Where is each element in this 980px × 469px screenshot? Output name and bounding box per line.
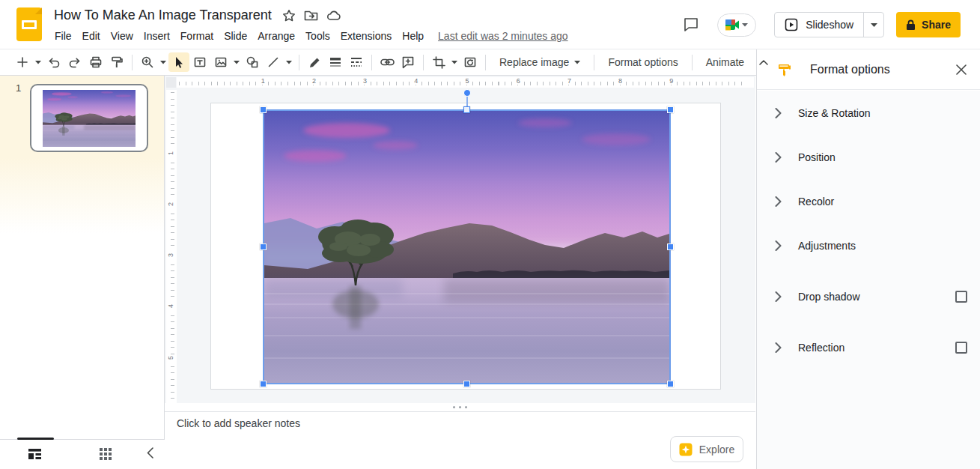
explore-button[interactable]: Explore xyxy=(670,436,743,462)
insert-link-button[interactable] xyxy=(377,52,398,72)
h-ruler-number: 4 xyxy=(413,78,419,85)
menu-view[interactable]: View xyxy=(106,28,139,44)
collapse-filmstrip-button[interactable] xyxy=(147,447,153,459)
meet-button[interactable] xyxy=(717,13,756,37)
panel-item-label: Drop shadow xyxy=(798,291,860,303)
menu-help[interactable]: Help xyxy=(397,28,429,44)
panel-item-label: Adjustments xyxy=(798,240,856,252)
resize-handle-top-right[interactable] xyxy=(667,106,674,113)
explore-label: Explore xyxy=(699,444,734,456)
menu-tools[interactable]: Tools xyxy=(300,28,335,44)
filmstrip-view-button[interactable] xyxy=(28,448,42,460)
speaker-notes[interactable]: Click to add speaker notes Explore xyxy=(165,412,755,469)
print-button[interactable] xyxy=(85,52,106,72)
star-icon[interactable] xyxy=(282,9,296,22)
insert-shape-button[interactable] xyxy=(242,52,263,72)
slide-canvas: 123456789 12345 xyxy=(165,76,755,403)
notes-resize-handle[interactable] xyxy=(165,403,755,412)
slides-logo-icon[interactable] xyxy=(16,7,42,41)
slide-page[interactable] xyxy=(210,103,721,390)
meet-icon xyxy=(725,19,740,31)
image-content xyxy=(264,111,669,383)
insert-line-button[interactable] xyxy=(263,52,284,72)
replace-image-button[interactable]: Replace image xyxy=(490,52,589,72)
redo-button[interactable] xyxy=(64,52,85,72)
panel-item-position[interactable]: Position xyxy=(757,135,980,179)
panel-item-drop-shadow[interactable]: Drop shadow xyxy=(757,274,980,318)
grid-view-button[interactable] xyxy=(100,448,112,460)
horizontal-ruler: 123456789 xyxy=(177,77,754,88)
text-box-button[interactable] xyxy=(189,52,210,72)
slide-thumbnail[interactable] xyxy=(30,84,148,152)
resize-handle-bottom-left[interactable] xyxy=(260,381,267,387)
slideshow-dropdown[interactable] xyxy=(863,13,883,37)
panel-item-reflection[interactable]: Reflection xyxy=(757,325,980,369)
share-label: Share xyxy=(922,19,951,31)
selected-image[interactable] xyxy=(264,111,669,383)
panel-item-label: Position xyxy=(798,151,836,163)
animate-button[interactable]: Animate xyxy=(697,52,753,72)
hide-menus-button[interactable] xyxy=(753,52,774,72)
panel-item-size-rotation[interactable]: Size & Rotation xyxy=(757,91,980,135)
zoom-button[interactable] xyxy=(137,52,158,72)
speaker-notes-placeholder: Click to add speaker notes xyxy=(177,417,300,429)
select-tool-button[interactable] xyxy=(168,52,189,72)
move-to-folder-icon[interactable] xyxy=(304,9,318,22)
v-ruler-number: 5 xyxy=(168,354,174,360)
close-panel-button[interactable] xyxy=(956,64,967,75)
toolbar-separator xyxy=(692,55,693,70)
crop-image-button[interactable] xyxy=(428,52,449,72)
menu-slide[interactable]: Slide xyxy=(219,28,252,44)
resize-handle-bottom-right[interactable] xyxy=(667,381,674,387)
crop-caret[interactable] xyxy=(449,52,460,72)
add-comment-button[interactable] xyxy=(398,52,419,72)
resize-handle-middle-right[interactable] xyxy=(667,243,674,250)
v-ruler-number: 1 xyxy=(168,150,174,157)
share-button[interactable]: Share xyxy=(896,12,961,37)
v-ruler-number: 4 xyxy=(168,303,174,309)
resize-handle-top-center[interactable] xyxy=(463,106,470,113)
comments-icon[interactable] xyxy=(683,16,699,33)
view-switcher-bar xyxy=(0,439,165,469)
format-options-button[interactable]: Format options xyxy=(599,52,687,72)
new-slide-button[interactable] xyxy=(12,52,33,72)
document-status-cloud-icon[interactable] xyxy=(326,9,341,22)
menu-extensions[interactable]: Extensions xyxy=(335,28,397,44)
panel-title: Format options xyxy=(810,63,890,76)
reflection-checkbox[interactable] xyxy=(955,342,967,354)
zoom-caret[interactable] xyxy=(158,52,168,72)
insert-image-button[interactable] xyxy=(210,52,231,72)
toolbar-separator xyxy=(132,55,133,70)
menu-file[interactable]: File xyxy=(49,28,77,44)
menu-edit[interactable]: Edit xyxy=(77,28,106,44)
filmstrip-panel: 1 xyxy=(0,76,165,439)
panel-item-adjustments[interactable]: Adjustments xyxy=(757,223,980,267)
panel-item-recolor[interactable]: Recolor xyxy=(757,179,980,223)
border-dash-button[interactable] xyxy=(346,52,367,72)
recolor-image-button[interactable] xyxy=(460,52,481,72)
border-weight-button[interactable] xyxy=(325,52,346,72)
menu-bar: FileEditViewInsertFormatSlideArrangeTool… xyxy=(49,28,568,44)
panel-item-label: Size & Rotation xyxy=(798,107,871,119)
undo-button[interactable] xyxy=(43,52,64,72)
drop-shadow-checkbox[interactable] xyxy=(955,291,967,303)
last-edit-link[interactable]: Last edit was 2 minutes ago xyxy=(438,30,568,42)
insert-line-caret[interactable] xyxy=(284,52,294,72)
rotation-handle[interactable] xyxy=(463,89,471,97)
slideshow-button[interactable]: Slideshow xyxy=(775,13,863,37)
explore-icon xyxy=(679,443,693,456)
resize-handle-top-left[interactable] xyxy=(260,106,267,113)
menu-arrange[interactable]: Arrange xyxy=(252,28,300,44)
document-title[interactable]: How To Make An Image Transparent xyxy=(54,7,272,23)
h-ruler-number: 1 xyxy=(260,78,267,85)
menu-format[interactable]: Format xyxy=(175,28,219,44)
menu-insert[interactable]: Insert xyxy=(139,28,175,44)
resize-handle-middle-left[interactable] xyxy=(260,243,267,250)
top-bar: How To Make An Image Transparent FileEdi… xyxy=(0,0,980,49)
vertical-ruler: 12345 xyxy=(166,90,177,409)
paint-format-button[interactable] xyxy=(106,52,127,72)
new-slide-caret[interactable] xyxy=(33,52,43,72)
border-color-button[interactable] xyxy=(304,52,325,72)
insert-image-caret[interactable] xyxy=(231,52,242,72)
resize-handle-bottom-center[interactable] xyxy=(463,381,470,387)
